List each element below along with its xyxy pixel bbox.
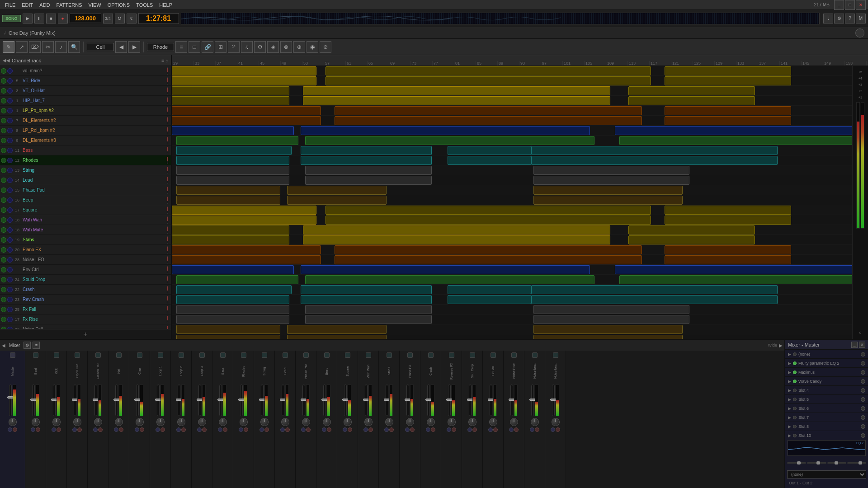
strip-fader-track[interactable] (115, 385, 118, 416)
channel-name[interactable]: Wah Wah (21, 217, 167, 222)
menu-view[interactable]: VIEW (86, 1, 104, 9)
pattern-block[interactable] (287, 196, 387, 205)
pattern-block[interactable] (628, 96, 755, 105)
pattern-block[interactable] (305, 275, 594, 284)
strip-toggle-btn[interactable] (363, 427, 368, 432)
channel-name[interactable]: Stabs (21, 237, 167, 242)
channel-row[interactable]: vd_main? (0, 66, 171, 76)
strip-fader-track[interactable] (406, 385, 409, 416)
channel-row[interactable]: Env Ctrl (0, 265, 171, 275)
plugin-entry-3[interactable]: ▶ Wave Candy (785, 377, 868, 386)
pattern-block[interactable] (301, 126, 590, 135)
strip-toggle-btn[interactable] (176, 427, 181, 432)
menu-help[interactable]: HELP (156, 1, 175, 9)
strip-send-btn[interactable] (137, 352, 142, 358)
pattern-block[interactable] (301, 156, 432, 165)
strip-send-btn[interactable] (199, 352, 205, 358)
channel-mute-btn[interactable] (7, 257, 13, 263)
channel-name[interactable]: Wah Mute (21, 227, 167, 232)
channel-enable-btn[interactable] (1, 148, 6, 153)
pattern-track[interactable] (172, 96, 852, 106)
channel-row[interactable]: 18 Wah Mute (0, 225, 171, 235)
strip-pan-knob[interactable] (94, 418, 102, 426)
plugin-ctrl-knob[interactable] (861, 370, 865, 375)
pattern-block[interactable] (531, 285, 778, 294)
strip-fader-track[interactable] (157, 385, 160, 416)
strip-fader-track[interactable] (531, 385, 534, 416)
strip-toggle-btn[interactable] (301, 427, 306, 432)
channel-name[interactable]: Fx Fall (21, 307, 167, 312)
strip-toggle-btn[interactable] (405, 427, 410, 432)
channel-mute-btn[interactable] (7, 307, 13, 312)
plugin-enable-led[interactable] (793, 434, 797, 437)
mixer-view-icon[interactable]: ≡ (33, 342, 40, 349)
misc-btn1[interactable]: ◈ (267, 41, 279, 53)
pattern-block[interactable] (287, 186, 387, 195)
plugin-ctrl-knob[interactable] (861, 397, 865, 402)
strip-pan-knob[interactable] (115, 418, 123, 426)
strip-fader-track[interactable] (427, 385, 430, 416)
strip-toggle-btn[interactable] (114, 427, 118, 432)
mixer-strip-20[interactable]: Crash (420, 351, 441, 488)
pattern-track[interactable] (172, 225, 852, 235)
strip-send-btn[interactable] (491, 352, 496, 358)
pattern-track[interactable] (172, 106, 852, 116)
pattern-block[interactable] (665, 106, 791, 115)
channel-mute-btn[interactable] (7, 68, 13, 74)
pattern-track[interactable] (172, 205, 852, 215)
pattern-block[interactable] (305, 305, 432, 314)
pattern-block[interactable] (335, 245, 642, 254)
strip-toggle-btn[interactable] (135, 427, 139, 432)
strip-pan-knob[interactable] (32, 418, 40, 426)
channel-enable-btn[interactable] (1, 277, 6, 282)
pattern-block[interactable] (172, 106, 321, 115)
channel-enable-btn[interactable] (1, 168, 6, 173)
strip-mute-btn[interactable] (285, 427, 290, 432)
channel-mute-btn[interactable] (7, 78, 13, 84)
pattern-block[interactable] (176, 285, 292, 294)
strip-fader-track[interactable] (9, 385, 12, 416)
channel-enable-btn[interactable] (1, 257, 6, 263)
strip-fader-track[interactable] (94, 385, 97, 416)
pattern-block[interactable] (172, 96, 289, 105)
strip-pan-knob[interactable] (219, 418, 227, 426)
channel-view-btn[interactable]: □ (189, 41, 200, 53)
strip-pan-knob[interactable] (177, 418, 185, 426)
mixer-strip-16[interactable]: Square (337, 351, 358, 488)
strip-pan-knob[interactable] (281, 418, 289, 426)
channel-name[interactable]: Noise LFO (21, 257, 167, 262)
pattern-block[interactable] (628, 225, 755, 235)
strip-send-btn[interactable] (262, 352, 267, 358)
strip-mute-btn[interactable] (264, 427, 269, 432)
strip-fader-track[interactable] (53, 385, 56, 416)
pattern-track[interactable] (172, 314, 852, 324)
channel-mute-btn[interactable] (7, 148, 13, 153)
channel-name[interactable]: LP_Po_bpm #2 (21, 108, 167, 113)
strip-send-btn[interactable] (33, 352, 38, 358)
channel-name[interactable]: HIP_Hat_7 (21, 98, 167, 103)
pattern-block[interactable] (326, 76, 651, 85)
channel-mute-btn[interactable] (7, 317, 13, 322)
strip-fader-track[interactable] (136, 385, 139, 416)
strip-mute-btn[interactable] (431, 427, 435, 432)
channel-row[interactable]: 19 Stabs (0, 235, 171, 245)
pattern-block[interactable] (533, 196, 683, 205)
strip-fader-track[interactable] (510, 385, 513, 416)
mixer-strip-9[interactable]: Loop 3 (192, 351, 212, 488)
panel-minimize[interactable]: _ (851, 342, 858, 348)
pattern-track[interactable] (172, 76, 852, 86)
strip-send-btn[interactable] (470, 352, 475, 358)
channel-mute-btn[interactable] (7, 297, 13, 302)
strip-pan-knob[interactable] (448, 418, 456, 426)
send-dropdown[interactable]: (none) (787, 470, 866, 479)
plugin-enable-led[interactable] (793, 389, 797, 392)
channel-mute-btn[interactable] (7, 98, 13, 103)
link-btn[interactable]: 🔗 (202, 41, 213, 53)
pattern-block[interactable] (176, 275, 298, 284)
strip-mute-btn[interactable] (140, 427, 144, 432)
pattern-track[interactable] (172, 126, 852, 136)
channel-row[interactable]: 26 Noise Fall (0, 324, 171, 329)
strip-mute-btn[interactable] (202, 427, 207, 432)
strip-toggle-btn[interactable] (197, 427, 202, 432)
mixer-strip-4[interactable]: Closed Hat (88, 351, 108, 488)
